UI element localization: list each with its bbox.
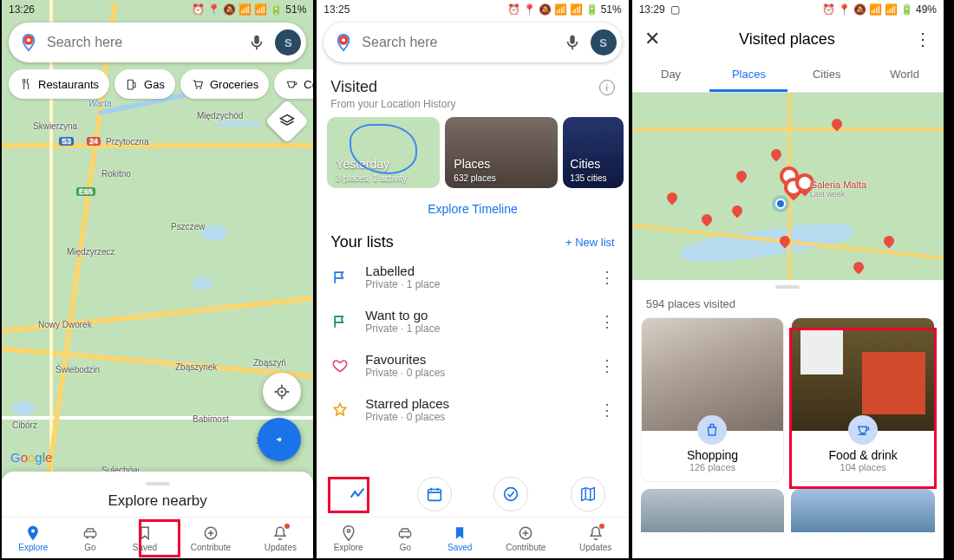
- shortcut-maps[interactable]: [571, 477, 605, 511]
- category-cards: Shopping 126 places Food & drink 104 pla…: [632, 317, 944, 482]
- nav-updates[interactable]: Updates: [265, 524, 297, 552]
- town-label: Skwierzyna: [33, 121, 77, 131]
- places-count: 594 places visited: [632, 294, 944, 317]
- visited-card-places[interactable]: Places 632 places: [445, 117, 558, 188]
- row-menu-icon[interactable]: ⋮: [599, 312, 615, 331]
- mic-icon[interactable]: [563, 33, 582, 52]
- visited-card-yesterday[interactable]: Yesterday 3 places, 1 activity: [327, 117, 440, 188]
- star-icon: [331, 401, 349, 419]
- shortcut-followed[interactable]: [493, 477, 528, 511]
- nav-go[interactable]: Go: [82, 524, 99, 552]
- list-want-to-go[interactable]: Want to goPrivate · 1 place ⋮: [317, 299, 628, 343]
- svg-rect-19: [400, 531, 411, 537]
- nav-contribute[interactable]: Contribute: [506, 524, 546, 552]
- status-time: 13:29 ▢: [639, 3, 681, 16]
- wifi-icon: 📶: [554, 4, 567, 15]
- list-labelled[interactable]: LabelledPrivate · 1 place ⋮: [317, 255, 628, 299]
- overflow-menu[interactable]: ⋮: [914, 29, 931, 49]
- search-bar[interactable]: S: [9, 23, 306, 62]
- row-menu-icon[interactable]: ⋮: [599, 400, 615, 420]
- svg-rect-16: [428, 490, 441, 501]
- card-preview[interactable]: [791, 489, 935, 532]
- svg-rect-2: [255, 36, 260, 44]
- status-icons: ⏰📍🔕📶📶🔋49%: [822, 4, 937, 15]
- row-menu-icon[interactable]: ⋮: [599, 268, 615, 287]
- nav-saved[interactable]: Saved: [133, 524, 157, 552]
- visited-cards: Yesterday 3 places, 1 activity Places 63…: [317, 110, 628, 195]
- visited-map[interactable]: Galeria Malta Last week: [632, 93, 944, 280]
- car-icon: [82, 524, 99, 542]
- chip-groceries[interactable]: Groceries: [180, 69, 269, 99]
- list-starred[interactable]: Starred placesPrivate · 0 places ⋮: [317, 387, 628, 432]
- my-location-button[interactable]: [263, 373, 301, 411]
- visited-subtitle: From your Location History: [317, 98, 628, 110]
- directions-button[interactable]: [258, 418, 301, 461]
- flag-outline-icon: [331, 313, 349, 330]
- visited-card-cities[interactable]: Cities 135 cities: [563, 117, 624, 188]
- list-favourites[interactable]: FavouritesPrivate · 0 places ⋮: [317, 343, 628, 387]
- sheet-handle[interactable]: [146, 482, 170, 485]
- info-icon[interactable]: i: [599, 80, 615, 95]
- avatar[interactable]: S: [275, 29, 301, 55]
- chip-gas[interactable]: Gas: [114, 69, 175, 99]
- town-label: Nowy Dworek: [38, 320, 92, 329]
- sheet-handle[interactable]: [775, 285, 800, 289]
- location-icon: 📍: [838, 4, 851, 15]
- nav-contribute[interactable]: Contribute: [191, 524, 231, 552]
- nav-go[interactable]: Go: [396, 524, 414, 552]
- map-icon: [578, 485, 598, 504]
- pin-icon: [340, 524, 357, 542]
- calendar-icon: [425, 485, 444, 504]
- phone-maps-home: Skwierzyna Przytoczna Międzychód Rokitno…: [0, 0, 315, 558]
- status-time: 13:26: [9, 3, 35, 16]
- card-shopping[interactable]: Shopping 126 places: [641, 317, 785, 482]
- svg-point-5: [199, 88, 201, 89]
- visited-places-header: ✕ Visited places ⋮: [632, 19, 944, 59]
- svg-point-1: [27, 38, 30, 42]
- card-food-drink[interactable]: Food & drink 104 places: [791, 317, 935, 482]
- place-callout[interactable]: Galeria Malta Last week: [810, 179, 866, 199]
- card-image: [642, 318, 784, 431]
- nav-saved[interactable]: Saved: [448, 524, 472, 552]
- town-label: Rokitno: [101, 169, 131, 179]
- phone-visited-places: 13:29 ▢ ⏰📍🔕📶📶🔋49% ✕ Visited places ⋮ Day…: [631, 0, 945, 558]
- crosshair-icon: [272, 382, 291, 401]
- signal-icon: 📶: [254, 4, 267, 15]
- tab-cities[interactable]: Cities: [787, 59, 866, 92]
- mic-icon[interactable]: [247, 33, 266, 52]
- chip-coffee[interactable]: Coffe: [274, 69, 313, 99]
- tabs: Day Places Cities World: [632, 59, 944, 93]
- town-label: Pszczew: [171, 222, 205, 231]
- search-bar[interactable]: S: [323, 23, 621, 62]
- pin-icon: [24, 524, 42, 542]
- search-input[interactable]: [362, 35, 553, 50]
- mute-icon: 🔕: [853, 4, 866, 15]
- explore-timeline-link[interactable]: Explore Timeline: [317, 195, 628, 226]
- chip-restaurants[interactable]: Restaurants: [9, 69, 109, 99]
- avatar[interactable]: S: [591, 29, 617, 55]
- search-input[interactable]: [47, 35, 238, 50]
- battery-pct: 51%: [285, 4, 306, 15]
- sheet-title: Explore nearby: [2, 492, 313, 510]
- your-lists-header: Your lists + New list: [317, 226, 628, 255]
- wifi-icon: 📶: [869, 4, 882, 15]
- nav-updates[interactable]: Updates: [579, 524, 611, 552]
- new-list-button[interactable]: + New list: [565, 236, 615, 249]
- bookmark-icon: [136, 524, 154, 542]
- row-menu-icon[interactable]: ⋮: [599, 356, 615, 375]
- nav-explore[interactable]: Explore: [334, 524, 363, 552]
- card-preview[interactable]: [641, 489, 785, 532]
- nav-explore[interactable]: Explore: [18, 524, 48, 552]
- tab-places[interactable]: Places: [709, 59, 787, 92]
- status-bar: 13:26 ⏰ 📍 🔕 📶 📶 🔋 51%: [2, 0, 313, 19]
- tab-world[interactable]: World: [866, 59, 944, 92]
- route-shield: S3: [59, 137, 74, 146]
- explore-sheet[interactable]: Explore nearby: [2, 472, 313, 517]
- close-button[interactable]: ✕: [644, 28, 660, 50]
- plus-circle-icon: [517, 524, 534, 542]
- tab-day[interactable]: Day: [632, 59, 710, 92]
- google-maps-logo: [19, 33, 38, 52]
- shortcut-timeline[interactable]: [340, 477, 375, 511]
- svg-rect-3: [127, 80, 133, 89]
- shortcut-reservations[interactable]: [417, 477, 452, 511]
